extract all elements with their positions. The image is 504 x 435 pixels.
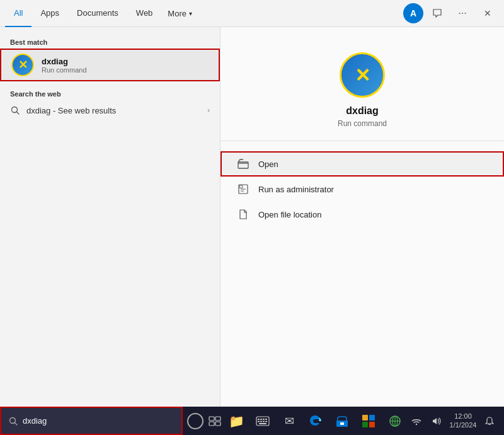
file-explorer-btn[interactable]: 📁: [224, 409, 248, 433]
volume-icon-btn[interactable]: [427, 409, 446, 433]
tab-web[interactable]: Web: [127, 0, 162, 27]
taskbar-app-icons: 📁 ✉: [224, 409, 407, 433]
task-view-icon: [209, 416, 221, 426]
notification-btn[interactable]: [480, 409, 499, 433]
mail-icon: ✉: [285, 414, 294, 428]
ellipsis-icon: ···: [458, 8, 466, 19]
keyboard-icon: [256, 416, 270, 426]
svg-rect-19: [265, 420, 267, 422]
search-web-label: Search the web: [0, 86, 220, 100]
svg-rect-14: [263, 419, 265, 420]
feedback-icon: [432, 8, 442, 18]
svg-rect-9: [209, 422, 214, 426]
app-type: Run command: [338, 119, 387, 128]
svg-rect-20: [259, 423, 266, 424]
svg-point-27: [416, 423, 417, 424]
svg-line-6: [15, 422, 18, 425]
search-icon: [10, 105, 20, 115]
feedback-icon-btn[interactable]: [426, 2, 449, 25]
task-view-btn[interactable]: [205, 409, 224, 433]
run-as-admin-label: Run as administrator: [258, 185, 334, 194]
globe-btn[interactable]: [383, 409, 407, 433]
svg-rect-18: [263, 420, 265, 422]
svg-rect-17: [260, 420, 262, 422]
admin-icon: [237, 183, 249, 195]
file-explorer-icon: 📁: [229, 414, 244, 429]
svg-rect-15: [265, 419, 267, 420]
store-btn[interactable]: [330, 409, 354, 433]
dxdiag-result-item[interactable]: dxdiag Run command: [0, 49, 220, 81]
close-btn[interactable]: ✕: [476, 2, 499, 25]
close-icon: ✕: [484, 8, 491, 18]
edge-icon: [309, 414, 323, 428]
tab-all[interactable]: All: [5, 0, 32, 27]
web-search-item[interactable]: dxdiag - See web results ›: [0, 100, 220, 120]
taskbar-search-value: dxdiag: [23, 416, 47, 426]
cortana-btn[interactable]: [185, 409, 205, 433]
dxdiag-result-text: dxdiag Run command: [42, 57, 87, 74]
web-search-arrow-icon: ›: [207, 106, 210, 115]
tab-more[interactable]: More ▾: [161, 0, 198, 27]
top-nav: All Apps Documents Web More ▾ A: [0, 0, 504, 27]
svg-rect-13: [260, 419, 262, 420]
cortana-icon: [187, 413, 203, 429]
dxdiag-small-icon: [11, 54, 34, 76]
svg-rect-16: [258, 420, 260, 422]
taskbar: dxdiag 📁: [0, 407, 504, 435]
open-icon: [237, 158, 249, 170]
svg-rect-10: [215, 422, 220, 426]
chevron-down-icon: ▾: [189, 10, 192, 17]
taskbar-search-icon: [9, 417, 18, 426]
taskbar-right-area: 12:00 1/1/2024: [407, 409, 504, 433]
svg-rect-12: [258, 419, 260, 420]
tab-apps[interactable]: Apps: [32, 0, 68, 27]
best-match-label: Best match: [0, 35, 220, 49]
globe-icon: [388, 414, 402, 428]
keyboard-btn[interactable]: [251, 409, 275, 433]
svg-rect-7: [209, 417, 214, 420]
run-as-admin-action[interactable]: Run as administrator: [220, 177, 504, 202]
svg-rect-8: [215, 417, 220, 420]
svg-rect-22: [340, 422, 344, 425]
mail-btn[interactable]: ✉: [277, 409, 301, 433]
tiles-icon: [362, 415, 375, 427]
svg-rect-4: [239, 185, 243, 188]
user-avatar[interactable]: A: [403, 3, 423, 23]
svg-line-1: [17, 112, 20, 115]
left-panel: Best match dxdiag Run command Search the…: [0, 27, 220, 407]
store-icon: [335, 414, 349, 428]
edge-btn[interactable]: [304, 409, 328, 433]
tiles-btn[interactable]: [357, 409, 381, 433]
app-name: dxdiag: [346, 105, 379, 117]
nav-icon-group: A ··· ✕: [403, 2, 499, 25]
search-panel: All Apps Documents Web More ▾ A: [0, 0, 504, 407]
content-area: Best match dxdiag Run command Search the…: [0, 27, 504, 407]
app-detail-section: dxdiag Run command: [220, 27, 504, 141]
web-section: Search the web dxdiag - See web results …: [0, 86, 220, 120]
tab-documents[interactable]: Documents: [68, 0, 127, 27]
more-options-btn[interactable]: ···: [451, 2, 474, 25]
file-location-icon: [237, 208, 249, 221]
taskbar-search-box[interactable]: dxdiag: [0, 407, 183, 435]
dxdiag-large-icon: [340, 52, 385, 98]
action-list: Open Run as administrator: [220, 141, 504, 237]
right-panel: dxdiag Run command Open: [220, 27, 504, 407]
clock-btn[interactable]: 12:00 1/1/2024: [447, 409, 479, 433]
open-file-location-label: Open file location: [258, 210, 321, 219]
open-action[interactable]: Open: [220, 151, 504, 177]
open-label: Open: [258, 160, 278, 169]
network-icon-btn[interactable]: [407, 409, 426, 433]
web-search-text: dxdiag - See web results: [26, 106, 201, 115]
open-file-location-action[interactable]: Open file location: [220, 202, 504, 227]
